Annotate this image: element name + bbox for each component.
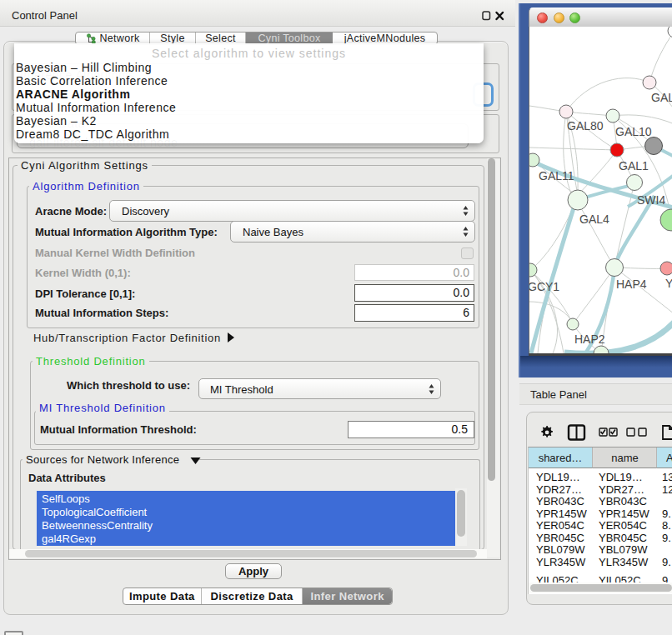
svg-text:HAP4: HAP4 xyxy=(616,278,647,291)
svg-text:GAL1: GAL1 xyxy=(619,159,649,172)
svg-text:GCY1: GCY1 xyxy=(529,280,559,293)
svg-text:GAL7: GAL7 xyxy=(651,91,672,104)
svg-text:HAP2: HAP2 xyxy=(574,332,605,346)
svg-text:GAL10: GAL10 xyxy=(615,125,652,138)
svg-text:GAL4: GAL4 xyxy=(579,212,609,226)
svg-text:SWI4: SWI4 xyxy=(637,193,665,207)
svg-text:GAL80: GAL80 xyxy=(567,119,604,132)
svg-text:YM: YM xyxy=(665,277,672,290)
svg-text:GAL11: GAL11 xyxy=(539,169,574,182)
